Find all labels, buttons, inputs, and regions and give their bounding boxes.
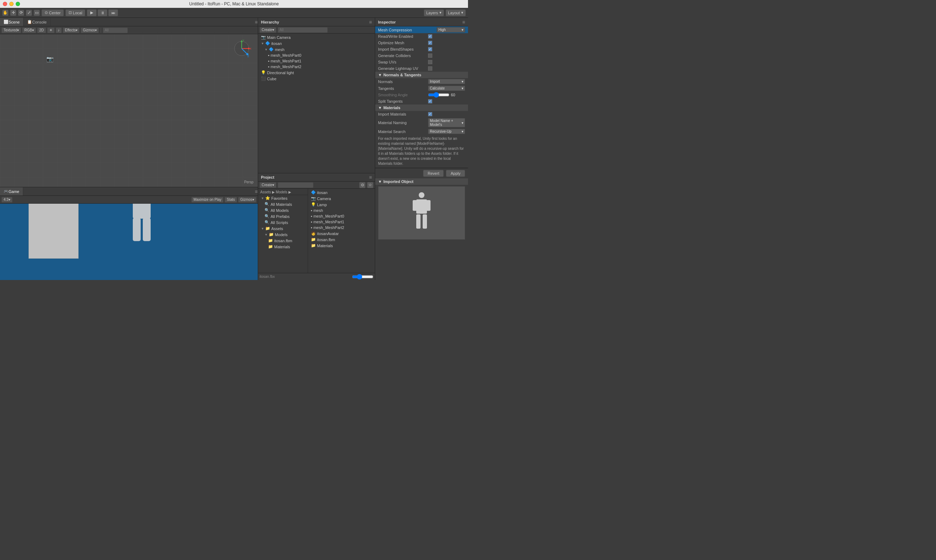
audio-button[interactable]: ♪ bbox=[56, 28, 62, 33]
models-folder-item[interactable]: ▼ 📁 Models bbox=[258, 231, 308, 238]
move-tool-button[interactable]: ✛ bbox=[10, 10, 16, 16]
hierarchy-search-input[interactable] bbox=[278, 27, 328, 33]
left-panels: ⬜ Scene 📋 Console ≡ Textured ▾ RGB ▾ bbox=[0, 18, 258, 280]
project-minimize[interactable]: ≡ bbox=[369, 174, 372, 180]
rotate-tool-button[interactable]: ⟳ bbox=[18, 10, 24, 16]
read-write-checkbox[interactable] bbox=[428, 34, 432, 38]
hand-tool-button[interactable]: ✋ bbox=[2, 10, 9, 16]
layers-chevron-icon: ▾ bbox=[439, 10, 442, 15]
material-search-dropdown[interactable]: Recursive-Up ▾ bbox=[428, 129, 465, 134]
window-controls[interactable] bbox=[3, 2, 20, 6]
2d-button[interactable]: 2D bbox=[37, 28, 46, 33]
inspector-minimize[interactable]: ≡ bbox=[462, 19, 465, 25]
gizmos-dropdown[interactable]: Gizmos ▾ bbox=[81, 28, 99, 33]
project-panel: Project ≡ Create ▾ ⊙ ☆ Assets bbox=[258, 173, 375, 280]
hierarchy-create-dropdown[interactable]: Create ▾ bbox=[259, 27, 276, 33]
assets-header[interactable]: ▼ 📁 Assets bbox=[258, 225, 308, 231]
normals-row: Normals Import ▾ bbox=[375, 78, 468, 85]
meshpart1-asset-item[interactable]: ▪ mesh_MeshPart1 bbox=[308, 219, 375, 225]
imported-object-header[interactable]: ▼ Imported Object bbox=[375, 178, 468, 185]
all-materials-item[interactable]: 🔍 All Materials bbox=[258, 201, 308, 207]
normals-tangents-header[interactable]: ▼ Normals & Tangents bbox=[375, 72, 468, 78]
layout-dropdown[interactable]: Layout ▾ bbox=[446, 9, 466, 16]
import-materials-row: Import Materials bbox=[375, 111, 468, 117]
normals-dropdown[interactable]: Import ▾ bbox=[428, 79, 465, 84]
optimize-mesh-row: Optimize Mesh bbox=[375, 40, 468, 46]
stats-button[interactable]: Stats bbox=[225, 197, 237, 203]
itosan-avatar-item[interactable]: 🧑 itosanAvatar bbox=[308, 231, 375, 237]
lighting-button[interactable]: ☀ bbox=[47, 28, 55, 33]
mesh-asset-item[interactable]: ▪ mesh bbox=[308, 208, 375, 213]
step-button[interactable]: ⏭ bbox=[108, 9, 118, 16]
materials-folder-item[interactable]: 📁 Materials bbox=[258, 244, 308, 250]
meshpart2-asset-item[interactable]: ▪ mesh_MeshPart2 bbox=[308, 225, 375, 231]
tab-scene[interactable]: ⬜ Scene bbox=[0, 18, 23, 26]
rgb-dropdown[interactable]: RGB ▾ bbox=[22, 28, 36, 33]
effects-dropdown[interactable]: Effects ▾ bbox=[63, 28, 80, 33]
scale-tool-button[interactable]: ⤢ bbox=[26, 10, 32, 16]
center-button[interactable]: ⊙ Center bbox=[42, 9, 64, 16]
tab-console[interactable]: 📋 Console bbox=[23, 18, 50, 26]
apply-button[interactable]: Apply bbox=[446, 170, 465, 177]
material-naming-dropdown[interactable]: Model Name + Model's ▾ bbox=[428, 118, 465, 127]
scene-panel-minimize[interactable]: ≡ bbox=[255, 19, 258, 25]
split-tangents-checkbox[interactable] bbox=[428, 99, 432, 103]
itosan-object-item[interactable]: 🔷 itosan bbox=[308, 189, 375, 195]
generate-colliders-checkbox[interactable] bbox=[428, 54, 432, 58]
tree-item-directional-light[interactable]: 💡 Directional light bbox=[258, 69, 375, 75]
project-icon-1[interactable]: ⊙ bbox=[359, 182, 365, 188]
favorites-header[interactable]: ▼ ⭐ Favorites bbox=[258, 195, 308, 201]
tree-item-cube[interactable]: ⬛ Cube bbox=[258, 75, 375, 82]
import-blendshapes-checkbox[interactable] bbox=[428, 47, 432, 51]
project-create-dropdown[interactable]: Create ▾ bbox=[259, 182, 276, 188]
layers-dropdown[interactable]: Layers ▾ bbox=[424, 9, 444, 16]
all-scripts-item[interactable]: 🔍 All Scripts bbox=[258, 219, 308, 225]
project-zoom-slider[interactable] bbox=[352, 275, 373, 279]
tree-item-meshpart1[interactable]: ▪ mesh_MeshPart1 bbox=[258, 58, 375, 64]
tab-game[interactable]: 🎮 Game bbox=[0, 187, 23, 195]
tree-item-meshpart2[interactable]: ▪ mesh_MeshPart2 bbox=[258, 64, 375, 69]
all-models-item[interactable]: 🔍 All Models bbox=[258, 207, 308, 213]
game-panel-minimize[interactable]: ≡ bbox=[255, 189, 258, 194]
optimize-mesh-checkbox[interactable] bbox=[428, 41, 432, 45]
tangents-dropdown[interactable]: Calculate ▾ bbox=[428, 86, 465, 91]
lamp-asset-item[interactable]: 💡 Lamp bbox=[308, 202, 375, 208]
scene-viewport[interactable]: Y X Z 📷 Persp bbox=[0, 34, 258, 187]
pause-button[interactable]: ⏸ bbox=[97, 9, 108, 16]
all-prefabs-item[interactable]: 🔍 All Prefabs bbox=[258, 213, 308, 219]
camera-asset-item[interactable]: 📷 Camera bbox=[308, 195, 375, 202]
smoothing-angle-slider[interactable] bbox=[428, 93, 449, 97]
maximize-button[interactable] bbox=[16, 2, 20, 6]
game-gizmos-dropdown[interactable]: Gizmos ▾ bbox=[238, 197, 256, 203]
tree-item-itosan[interactable]: ▼ 🔷 itosan bbox=[258, 40, 375, 46]
itosan-fbm-right-item[interactable]: 📁 itosan.fbm bbox=[308, 237, 375, 243]
materials-right-item[interactable]: 📁 Materials bbox=[308, 243, 375, 249]
tree-item-main-camera[interactable]: 📷 Main Camera bbox=[258, 34, 375, 40]
tree-item-meshpart0[interactable]: ▪ mesh_MeshPart0 bbox=[258, 52, 375, 58]
mesh-compression-dropdown[interactable]: High ▾ bbox=[436, 27, 465, 32]
tree-item-mesh[interactable]: ▼ 🔷 mesh bbox=[258, 46, 375, 52]
aspect-dropdown[interactable]: 4:3 ▾ bbox=[2, 197, 12, 203]
meshpart0-asset-icon: ▪ bbox=[311, 214, 312, 218]
local-button[interactable]: ⊡ Local bbox=[65, 9, 85, 16]
rect-tool-button[interactable]: ▭ bbox=[34, 10, 40, 16]
minimize-button[interactable] bbox=[9, 2, 14, 6]
scene-search-input[interactable] bbox=[103, 28, 128, 33]
textured-dropdown[interactable]: Textured ▾ bbox=[2, 28, 21, 33]
materials-header[interactable]: ▼ Materials bbox=[375, 105, 468, 111]
project-content: Assets ▶ Models ▶ ▼ ⭐ Favorites 🔍 All Ma… bbox=[258, 189, 375, 273]
revert-button[interactable]: Revert bbox=[423, 170, 444, 177]
maximize-on-play-button[interactable]: Maximize on Play bbox=[191, 197, 224, 203]
play-button[interactable]: ▶ bbox=[87, 9, 97, 16]
import-materials-checkbox[interactable] bbox=[428, 112, 432, 116]
itosan-fbm-item[interactable]: 📁 itosan.fbm bbox=[258, 238, 308, 244]
swap-uvs-checkbox[interactable] bbox=[428, 60, 432, 64]
game-viewport[interactable] bbox=[0, 204, 258, 280]
meshpart0-asset-item[interactable]: ▪ mesh_MeshPart0 bbox=[308, 213, 375, 219]
cube-icon: ⬛ bbox=[261, 76, 266, 81]
close-button[interactable] bbox=[3, 2, 7, 6]
hierarchy-minimize[interactable]: ≡ bbox=[369, 19, 372, 25]
generate-lightmap-checkbox[interactable] bbox=[428, 66, 432, 71]
project-icon-2[interactable]: ☆ bbox=[367, 182, 373, 188]
project-search-input[interactable] bbox=[278, 182, 313, 188]
